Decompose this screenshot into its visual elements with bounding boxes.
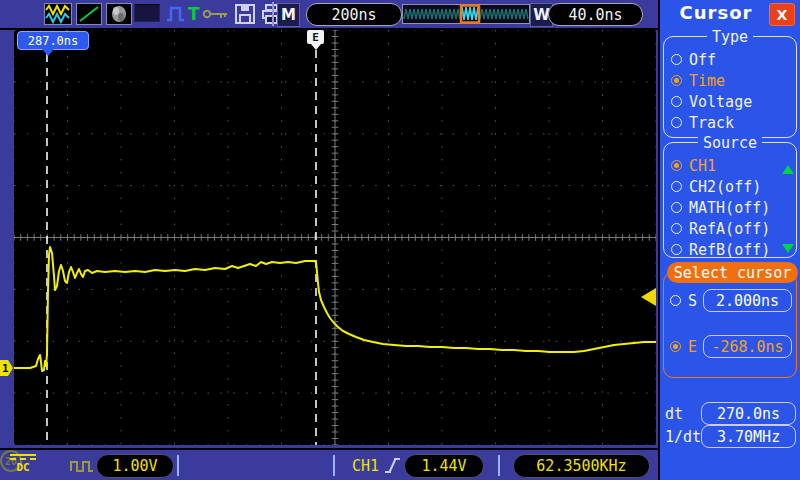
radio-icon [671, 202, 682, 213]
counter-frequency-readout: 62.3500KHz [513, 454, 650, 478]
radio-icon [670, 341, 681, 352]
display-field [134, 4, 160, 22]
type-group-title: Type [707, 28, 753, 46]
dc-coupling-icon: DC [10, 454, 36, 474]
measure-line-icon[interactable] [76, 3, 102, 25]
ch1-scale-readout: 1.00V [96, 454, 174, 478]
source-option-ch2[interactable]: CH2(off) [671, 176, 792, 197]
option-label: RefA(off) [689, 220, 770, 238]
radio-icon [671, 181, 682, 192]
type-option-track[interactable]: Track [671, 112, 792, 133]
rising-edge-icon [384, 456, 402, 480]
statusbar-separator [333, 455, 335, 476]
window-timebase-readout: 40.0ns [548, 3, 643, 26]
cursor-e-radio[interactable]: E [670, 336, 697, 357]
radio-icon [670, 295, 681, 306]
measure-line-glyph [77, 4, 101, 24]
close-button[interactable]: X [769, 3, 795, 26]
type-option-time[interactable]: Time [671, 70, 792, 91]
option-label: Off [689, 51, 716, 69]
scroll-up-icon[interactable] [782, 165, 794, 174]
cursor-menu-panel: Cursor X Type Off Time Voltage [658, 0, 800, 480]
pulse-icon[interactable] [166, 3, 186, 25]
cursor-s-value[interactable]: 2.000ns [703, 289, 792, 312]
pulse-glyph [166, 3, 186, 25]
radio-icon [671, 244, 682, 255]
dt-label: dt [665, 405, 683, 423]
cursor-e-value[interactable]: -268.0ns [703, 335, 792, 358]
radio-icon [671, 96, 682, 107]
dt-value: 270.0ns [701, 402, 796, 425]
type-group: Type Off Time Voltage Track [663, 36, 797, 138]
option-label: Track [689, 114, 734, 132]
channel-waves-icon[interactable] [44, 3, 72, 25]
source-group: Source CH1 CH2(off) MATH(off) RefA(off) [663, 142, 797, 258]
toolbar-separator [272, 2, 274, 26]
statusbar-separator [498, 455, 500, 476]
ch1-ground-marker[interactable]: 1 [0, 360, 13, 376]
cursor-s-label: S [688, 292, 697, 310]
inv-dt-value: 3.70MHz [701, 425, 796, 448]
source-option-ch1[interactable]: CH1 [671, 155, 792, 176]
oscilloscope-screen: T M 200ns [0, 0, 800, 480]
channel-waves-glyph [45, 4, 71, 24]
cursor-s-balloon: 287.0ns [17, 31, 89, 50]
coupling-label: DC [10, 461, 36, 474]
trigger-level-readout: 1.44V [404, 454, 484, 478]
option-label: Voltage [689, 93, 752, 111]
option-label: CH2(off) [689, 178, 761, 196]
key-lock-icon[interactable] [202, 3, 230, 25]
cursor-e-flag[interactable]: E [307, 30, 324, 44]
rising-edge-glyph [384, 456, 402, 476]
option-label: CH1 [689, 157, 716, 175]
select-cursor-button[interactable]: Select cursor [667, 262, 798, 283]
source-option-refa[interactable]: RefA(off) [671, 218, 792, 239]
option-label: RefB(off) [689, 241, 770, 259]
option-label: MATH(off) [689, 199, 770, 217]
graticule-area [14, 30, 656, 445]
cursor-s-radio[interactable]: S [670, 290, 697, 311]
dt-row: dt 270.0ns [665, 402, 796, 425]
record-position-strip [402, 4, 530, 24]
trigger-t-icon[interactable]: T [188, 3, 200, 25]
top-toolbar: T M 200ns [0, 0, 658, 30]
square-wave-glyph [70, 458, 94, 474]
panel-title: Cursor [660, 2, 772, 23]
radio-icon [671, 117, 682, 128]
square-wave-icon [70, 458, 94, 478]
source-option-refb[interactable]: RefB(off) [671, 239, 792, 260]
type-option-off[interactable]: Off [671, 49, 792, 70]
inv-dt-label: 1/dt [665, 428, 701, 446]
hardcopy-preview-icon[interactable] [106, 3, 132, 25]
trigger-source-label: CH1 [352, 457, 379, 475]
statusbar-separator [177, 455, 179, 476]
save-floppy-icon[interactable] [234, 3, 256, 25]
cursor-e-label: E [688, 338, 697, 356]
cursor-e-row: E -268.0ns [670, 335, 792, 358]
inv-dt-row: 1/dt 3.70MHz [665, 425, 796, 448]
cursor-s-row: S 2.000ns [670, 289, 792, 312]
main-timebase-readout: 200ns [306, 3, 402, 26]
option-label: Time [689, 72, 725, 90]
status-bar: DC 20 1.00V CH1 1.44V 62.3500KHz [0, 448, 658, 480]
save-floppy-glyph [234, 3, 256, 25]
radio-icon [671, 223, 682, 234]
key-lock-glyph [202, 3, 230, 25]
source-group-title: Source [698, 134, 762, 152]
radio-icon [671, 75, 682, 86]
hardcopy-preview-glyph [107, 4, 131, 24]
radio-icon [671, 54, 682, 65]
cursor-e-flag-pointer [311, 44, 321, 50]
cursor-s-balloon-pointer [42, 49, 54, 56]
type-option-voltage[interactable]: Voltage [671, 91, 792, 112]
waveform-display [14, 30, 656, 445]
radio-icon [671, 160, 682, 171]
source-option-math[interactable]: MATH(off) [671, 197, 792, 218]
main-timebase-label: M [277, 3, 300, 27]
select-cursor-group: Select cursor S 2.000ns E -268.0ns [663, 272, 797, 378]
scroll-down-icon[interactable] [782, 244, 794, 253]
